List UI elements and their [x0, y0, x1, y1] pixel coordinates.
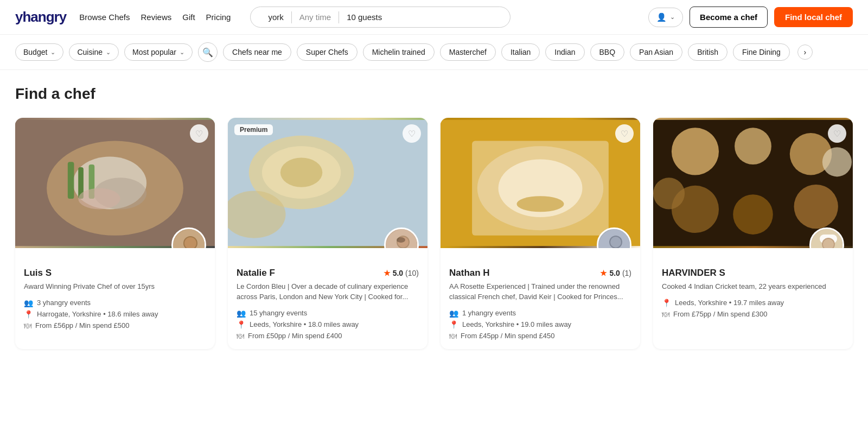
svg-point-43 [653, 178, 685, 209]
rating-count-nathan: (1) [622, 269, 631, 277]
events-row-nathan: 👥 1 yhangry events [449, 309, 631, 318]
chip-label-chefs-near-me: Chefs near me [232, 48, 282, 56]
search-bar[interactable]: york Any time 10 guests [250, 7, 510, 28]
svg-point-7 [78, 188, 120, 210]
chef-desc-harvinder: Cooked 4 Indian Cricket team, 22 years e… [662, 282, 844, 292]
main-nav: Browse Chefs Reviews Gift Pricing [79, 12, 231, 22]
location-icon-natalie: 📍 [237, 320, 246, 329]
events-row-luis: 👥 3 yhangry events [24, 299, 206, 307]
price-value-natalie: From £50pp / Min spend £400 [248, 332, 342, 340]
chip-italian[interactable]: Italian [501, 43, 540, 61]
price-value-harvinder: From £75pp / Min spend £300 [673, 310, 767, 318]
chef-desc-nathan: AA Rosette Experienced | Trained under t… [449, 282, 631, 302]
account-button[interactable]: 👤 ⌄ [648, 8, 683, 27]
nav-pricing[interactable]: Pricing [206, 12, 231, 22]
svg-point-18 [280, 158, 322, 187]
chip-chefs-near-me[interactable]: Chefs near me [223, 43, 291, 61]
location-value-luis: Harrogate, Yorkshire • 18.6 miles away [37, 310, 158, 318]
find-chef-button[interactable]: Find local chef [774, 7, 853, 27]
popular-chevron-icon: ⌄ [180, 49, 184, 56]
cuisine-label: Cuisine [77, 48, 103, 56]
events-value-luis: 3 yhangry events [37, 299, 91, 307]
location-value-harvinder: Leeds, Yorkshire • 19.7 miles away [675, 299, 784, 307]
price-value-luis: From £56pp / Min spend £500 [35, 321, 129, 330]
heart-button-harvinder[interactable]: ♡ [828, 124, 846, 143]
events-icon-nathan: 👥 [449, 309, 458, 318]
popular-label: Most popular [132, 48, 176, 56]
heart-button-natalie[interactable]: ♡ [403, 124, 421, 143]
time-value: Any time [299, 12, 331, 22]
chip-label-fine-dining: Fine Dining [742, 48, 781, 56]
price-icon-luis: 🍽 [24, 321, 31, 330]
search-guests[interactable]: 10 guests [339, 10, 390, 24]
price-value-nathan: From £45pp / Min spend £450 [461, 332, 554, 340]
card-meta-luis: 👥 3 yhangry events 📍 Harrogate, Yorkshir… [24, 299, 206, 330]
guests-value: 10 guests [347, 12, 382, 22]
budget-label: Budget [23, 48, 47, 56]
main-content: Find a chef ♡ [0, 70, 868, 371]
rating-nathan: ★ 5.0 (1) [600, 269, 631, 277]
location-row-harvinder: 📍 Leeds, Yorkshire • 19.7 miles away [662, 299, 844, 307]
star-icon-natalie: ★ [384, 269, 391, 277]
logo[interactable]: yhangry [15, 9, 66, 26]
chip-indian[interactable]: Indian [545, 43, 584, 61]
chip-label-indian: Indian [554, 48, 575, 56]
location-icon-nathan: 📍 [449, 320, 458, 329]
chef-desc-natalie: Le Cordon Bleu | Over a decade of culina… [237, 282, 419, 302]
card-meta-harvinder: 📍 Leeds, Yorkshire • 19.7 miles away 🍽 F… [662, 299, 844, 319]
location-row-natalie: 📍 Leeds, Yorkshire • 18.0 miles away [237, 320, 419, 329]
page-title: Find a chef [15, 85, 853, 103]
chip-british[interactable]: British [688, 43, 727, 61]
chef-name-harvinder: HARVINDER S [662, 268, 725, 278]
location-row-nathan: 📍 Leeds, Yorkshire • 19.0 miles away [449, 320, 631, 329]
filter-budget[interactable]: Budget ⌄ [15, 43, 63, 61]
location-value-natalie: Leeds, Yorkshire • 18.0 miles away [250, 320, 359, 328]
heart-button-nathan[interactable]: ♡ [615, 124, 634, 143]
svg-point-41 [794, 185, 838, 229]
price-row-luis: 🍽 From £56pp / Min spend £500 [24, 321, 206, 330]
chef-card-luis-s[interactable]: ♡ Luis S Award Winning Private Chef of o… [15, 118, 215, 349]
chip-label-masterchef: Masterchef [449, 48, 487, 56]
chefs-grid: ♡ Luis S Award Winning Private Chef of o… [15, 118, 853, 349]
become-chef-button[interactable]: Become a chef [690, 7, 768, 28]
logo-y: y [15, 9, 22, 25]
filter-cuisine[interactable]: Cuisine ⌄ [69, 43, 119, 61]
card-image-wrap-nathan: ♡ [441, 118, 640, 248]
chef-card-nathan-h[interactable]: ♡ Nathan H ★ 5.0 (1) [441, 118, 640, 349]
card-image-wrap-harvinder: ♡ [653, 118, 853, 248]
events-value-natalie: 15 yhangry events [250, 309, 307, 317]
nav-gift[interactable]: Gift [182, 12, 195, 22]
svg-point-30 [516, 196, 564, 212]
chip-fine-dining[interactable]: Fine Dining [733, 43, 790, 61]
chip-bbq[interactable]: BBQ [590, 43, 625, 61]
location-icon-harvinder: 📍 [662, 299, 671, 307]
chip-pan-asian[interactable]: Pan Asian [630, 43, 682, 61]
search-time[interactable]: Any time [292, 10, 339, 24]
rating-natalie: ★ 5.0 (10) [384, 269, 419, 277]
svg-point-36 [672, 128, 719, 175]
chip-super-chefs[interactable]: Super Chefs [297, 43, 358, 61]
card-image-wrap-natalie: ♡ Premium [228, 118, 427, 248]
nav-reviews[interactable]: Reviews [141, 12, 172, 22]
chef-desc-luis: Award Winning Private Chef of over 15yrs [24, 282, 206, 292]
header: yhangry Browse Chefs Reviews Gift Pricin… [0, 0, 868, 35]
budget-chevron-icon: ⌄ [50, 49, 55, 56]
heart-button-luis[interactable]: ♡ [190, 124, 208, 143]
search-location[interactable]: york [260, 10, 291, 24]
chip-masterchef[interactable]: Masterchef [440, 43, 496, 61]
chef-card-harvinder-s[interactable]: ♡ HARVINDER S Cooked 4 Indian Cricket te… [653, 118, 853, 349]
chip-label-italian: Italian [510, 48, 531, 56]
filter-popular[interactable]: Most popular ⌄ [124, 43, 193, 61]
events-row-natalie: 👥 15 yhangry events [237, 309, 419, 318]
svg-point-34 [610, 237, 621, 248]
scroll-right-button[interactable]: › [797, 45, 813, 60]
nav-browse-chefs[interactable]: Browse Chefs [79, 12, 130, 22]
chip-michelin-trained[interactable]: Michelin trained [363, 43, 435, 61]
card-body-natalie: Natalie F ★ 5.0 (10) Le Cordon Bleu | Ov… [228, 248, 427, 349]
filter-search-button[interactable]: 🔍 [198, 42, 218, 62]
price-icon-harvinder: 🍽 [662, 310, 669, 319]
chef-card-natalie-f[interactable]: ♡ Premium Natalie F ★ [228, 118, 427, 349]
chef-name-row-luis: Luis S [24, 268, 206, 278]
chef-name-row-harvinder: HARVINDER S [662, 268, 844, 278]
location-icon-luis: 📍 [24, 310, 33, 319]
